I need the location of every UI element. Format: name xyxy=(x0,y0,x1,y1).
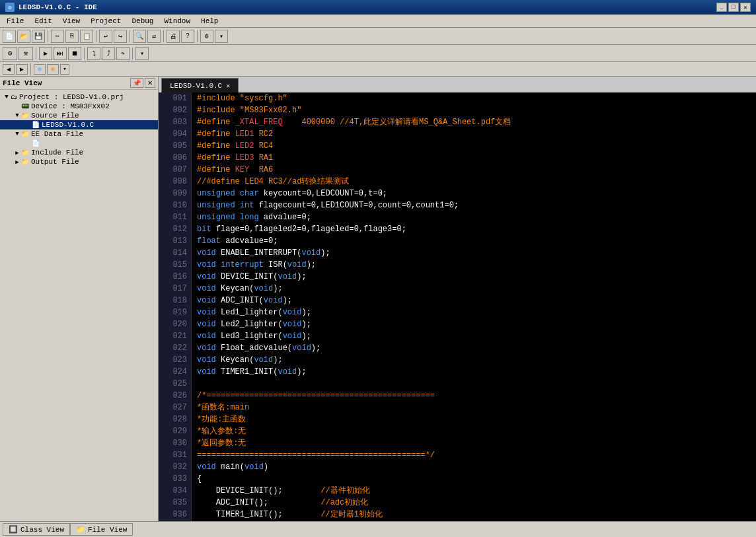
toolbar-nav: ◀ ▶ ⊕ ⊕ ▾ xyxy=(0,62,756,77)
tab-close-icon[interactable]: ✕ xyxy=(226,82,230,90)
menu-window[interactable]: Window xyxy=(159,16,196,26)
window-title: LEDSD-V1.0.C - IDE xyxy=(19,3,97,11)
menu-file[interactable]: File xyxy=(1,16,29,26)
tree-source-label: Source File xyxy=(31,112,79,120)
tree-file-label: LEDSD-V1.0.C xyxy=(42,121,94,129)
run-button[interactable]: ▶ xyxy=(39,47,52,60)
main-area: File View 📌 ✕ ▼ 🗂 Project : LEDSD-V1.0.p… xyxy=(0,77,756,521)
copy-button[interactable]: ⎘ xyxy=(65,30,79,43)
menu-project[interactable]: Project xyxy=(85,16,126,26)
bookmark1-button[interactable]: ⊕ xyxy=(34,64,46,75)
build2-button[interactable]: ⚒ xyxy=(19,47,33,60)
chip-icon: 📟 xyxy=(21,102,29,110)
status-bar: 🔲 Class View 📁 File View xyxy=(0,521,756,537)
save-button[interactable]: 💾 xyxy=(32,30,45,43)
tree-eedata-label: EE Data File xyxy=(31,130,83,138)
print-button[interactable]: 🖨 xyxy=(167,30,180,43)
separator-8 xyxy=(132,48,133,59)
tree-source-folder[interactable]: ▼ 📁 Source File xyxy=(0,111,158,120)
toolbar-main: 📄 📂 💾 ✂ ⎘ 📋 ↩ ↪ 🔍 ⇄ 🖨 ? ⚙ ▾ xyxy=(0,28,756,45)
tree-main-file[interactable]: 📄 LEDSD-V1.0.C xyxy=(0,120,158,129)
maximize-button[interactable]: □ xyxy=(728,3,739,12)
extra-button[interactable]: ▾ xyxy=(215,30,228,43)
separator-6 xyxy=(36,48,36,59)
title-bar: ⚙ LEDSD-V1.0.C - IDE _ □ ✕ xyxy=(0,0,756,15)
new-button[interactable]: 📄 xyxy=(3,30,16,43)
menu-help[interactable]: Help xyxy=(196,16,223,26)
stop-button[interactable]: ⏹ xyxy=(68,47,81,60)
close-button[interactable]: ✕ xyxy=(740,3,751,12)
toolbar-build: ⚙ ⚒ ▶ ⏭ ⏹ ⤵ ⤴ ↷ ▾ xyxy=(0,45,756,62)
separator-4 xyxy=(163,30,164,42)
tree-project[interactable]: ▼ 🗂 Project : LEDSD-V1.0.prj xyxy=(0,92,158,102)
class-view-label: Class View xyxy=(20,526,64,534)
build-button[interactable]: ⚙ xyxy=(3,47,17,60)
separator-2 xyxy=(96,30,96,42)
redo-button[interactable]: ↪ xyxy=(114,30,127,43)
settings-button[interactable]: ⚙ xyxy=(200,30,213,43)
file-view-tab[interactable]: 📁 File View xyxy=(70,523,133,536)
replace-button[interactable]: ⇄ xyxy=(147,30,161,43)
code-editor[interactable]: #include "syscfg.h" #include "MS83Fxx02.… xyxy=(192,92,756,521)
expand-icon: ▼ xyxy=(3,94,11,100)
undo-button[interactable]: ↩ xyxy=(99,30,112,43)
app-icon: ⚙ xyxy=(5,3,15,12)
panel-close-button[interactable]: ✕ xyxy=(145,78,155,88)
dropdown-button[interactable]: ▾ xyxy=(60,64,69,75)
editor-area: LEDSD-V1.0.C ✕ 0010020030040050060070080… xyxy=(159,77,756,521)
debug1-button[interactable]: ⤵ xyxy=(87,47,100,60)
tree-device-label: Device : MS83Fxx02 xyxy=(31,102,110,110)
tree-eedata-folder[interactable]: ▼ 📁 EE Data File xyxy=(0,129,158,139)
folder-icon: 📁 xyxy=(21,112,29,120)
folder-icon: 📁 xyxy=(21,158,29,166)
expand-icon: ▼ xyxy=(13,131,21,137)
tree-output-label: Output File xyxy=(31,158,79,166)
extra2-button[interactable]: ▾ xyxy=(135,47,149,60)
menu-debug[interactable]: Debug xyxy=(126,16,159,26)
menu-bar: File Edit View Project Debug Window Help xyxy=(0,15,756,28)
tree-project-label: Project : LEDSD-V1.0.prj xyxy=(19,93,124,101)
tab-main-file[interactable]: LEDSD-V1.0.C ✕ xyxy=(161,78,239,92)
folder-icon: 🗂 xyxy=(11,93,17,101)
file-panel-title: File View xyxy=(3,79,42,87)
class-view-tab[interactable]: 🔲 Class View xyxy=(3,523,70,536)
tree-output-folder[interactable]: ▶ 📁 Output File xyxy=(0,157,158,166)
file-panel-header: File View 📌 ✕ xyxy=(0,77,158,90)
file-view-icon: 📁 xyxy=(76,525,85,534)
folder-icon: 📁 xyxy=(21,149,29,157)
back-button[interactable]: ◀ xyxy=(3,64,15,75)
separator-1 xyxy=(48,30,48,42)
expand-icon: ▶ xyxy=(13,159,21,166)
panel-actions: 📌 ✕ xyxy=(130,78,155,88)
tree-eedata-file[interactable]: 📄 xyxy=(0,139,158,148)
line-numbers: 0010020030040050060070080090100110120130… xyxy=(159,92,192,521)
cut-button[interactable]: ✂ xyxy=(51,30,64,43)
file-tree: ▼ 🗂 Project : LEDSD-V1.0.prj 📟 Device : … xyxy=(0,90,158,521)
tree-device[interactable]: 📟 Device : MS83Fxx02 xyxy=(0,102,158,111)
bookmark2-button[interactable]: ⊕ xyxy=(47,64,59,75)
separator-9 xyxy=(30,63,31,75)
window-controls: _ □ ✕ xyxy=(716,3,751,12)
debug3-button[interactable]: ↷ xyxy=(116,47,130,60)
forward-button[interactable]: ▶ xyxy=(16,64,28,75)
tree-include-folder[interactable]: ▶ 📁 Include File xyxy=(0,148,158,157)
folder-icon: 📁 xyxy=(21,130,29,138)
tab-bar: LEDSD-V1.0.C ✕ xyxy=(159,77,756,92)
open-button[interactable]: 📂 xyxy=(17,30,30,43)
find-button[interactable]: 🔍 xyxy=(133,30,146,43)
separator-7 xyxy=(84,48,85,59)
class-view-icon: 🔲 xyxy=(9,525,18,534)
paste-button[interactable]: 📋 xyxy=(80,30,93,43)
tab-label: LEDSD-V1.0.C xyxy=(170,82,222,90)
code-container: 0010020030040050060070080090100110120130… xyxy=(159,92,756,521)
help-button[interactable]: ? xyxy=(181,30,194,43)
debug2-button[interactable]: ⤴ xyxy=(102,47,115,60)
menu-view[interactable]: View xyxy=(57,16,85,26)
panel-pin-button[interactable]: 📌 xyxy=(130,78,143,88)
file-view-label: File View xyxy=(88,526,127,534)
step-button[interactable]: ⏭ xyxy=(54,47,67,60)
separator-3 xyxy=(130,30,130,42)
separator-5 xyxy=(197,30,198,42)
minimize-button[interactable]: _ xyxy=(716,3,727,12)
menu-edit[interactable]: Edit xyxy=(29,16,57,26)
